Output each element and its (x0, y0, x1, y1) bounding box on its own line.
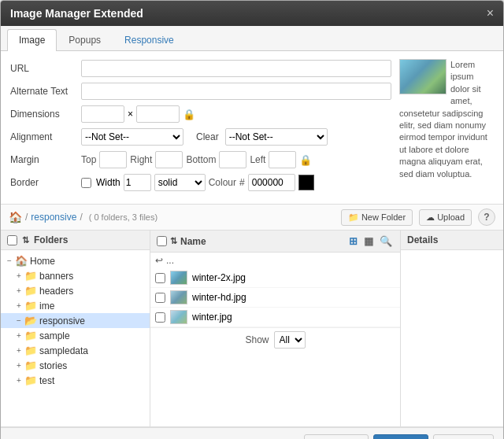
tree-label-headers: headers (39, 286, 73, 297)
footer: ↻ Refresh ✓ Insert ✕ Cancel (1, 427, 503, 439)
headers-folder-icon: 📁 (24, 285, 37, 297)
tree-item-responsive[interactable]: − 📂 responsive (1, 313, 150, 328)
home-icon[interactable]: 🏠 (9, 211, 22, 223)
colour-label: Colour (209, 177, 236, 188)
tree-item-test[interactable]: + 📁 test (1, 373, 150, 388)
breadcrumb-actions: 📁 New Folder ☁ Upload ? (341, 208, 495, 226)
tab-image[interactable]: Image (7, 29, 57, 51)
border-width-label: Width (96, 177, 120, 188)
file-item-0[interactable]: winter-2x.jpg (150, 268, 400, 288)
search-icon[interactable]: 🔍 (378, 234, 394, 248)
file-thumb-2 (170, 310, 187, 324)
tree-item-stories[interactable]: + 📁 stories (1, 358, 150, 373)
file-checkbox-2[interactable] (155, 312, 165, 323)
clear-select[interactable]: --Not Set-- Left Right Both (225, 128, 328, 146)
dim-height-input[interactable] (136, 105, 180, 123)
new-folder-button[interactable]: 📁 New Folder (341, 209, 413, 226)
alt-label: Alternate Text (10, 86, 81, 97)
help-button[interactable]: ? (478, 208, 495, 226)
expand-headers[interactable]: + (13, 286, 24, 295)
margin-bottom-input[interactable] (219, 151, 246, 168)
list-view-icon[interactable]: ▦ (362, 234, 375, 248)
back-item[interactable]: ↩ ... (150, 253, 400, 268)
cancel-button[interactable]: ✕ Cancel (433, 434, 494, 439)
clear-label: Clear (196, 131, 219, 142)
details-header: Details (401, 231, 503, 250)
tree-label-sample: sample (39, 330, 70, 341)
border-width-input[interactable] (124, 174, 151, 191)
tree-label-responsive: responsive (39, 315, 85, 326)
expand-sample[interactable]: + (13, 331, 24, 340)
border-style-select[interactable]: Style solid dashed dotted (154, 174, 206, 191)
upload-icon: ☁ (426, 212, 435, 223)
upload-button[interactable]: ☁ Upload (419, 209, 472, 226)
margin-label: Margin (10, 154, 81, 165)
file-checkbox-0[interactable] (155, 273, 165, 283)
dim-row: Dimensions × 🔒 (10, 105, 391, 124)
colour-input[interactable] (248, 174, 295, 191)
folder-select-all[interactable] (7, 235, 17, 245)
file-panel: ⇅ Name ⊞ ▦ 🔍 ↩ ... winter-2x.jpg (150, 231, 401, 426)
show-select[interactable]: All 10 20 50 (274, 331, 306, 349)
tree-item-home[interactable]: − 🏠 Home (1, 253, 150, 268)
tab-responsive[interactable]: Responsive (113, 29, 186, 50)
grid-view-icon[interactable]: ⊞ (347, 234, 359, 248)
margin-top-input[interactable] (99, 151, 127, 168)
expand-test[interactable]: + (13, 376, 24, 385)
file-item-2[interactable]: winter.jpg (150, 308, 400, 327)
margin-top-label: Top (81, 154, 96, 165)
url-row: URL (10, 59, 391, 78)
folder-panel: ⇅ Folders − 🏠 Home + 📁 banners (1, 231, 150, 426)
expand-responsive[interactable]: − (13, 316, 24, 325)
dialog-title: Image Manager Extended (10, 7, 143, 20)
expand-banners[interactable]: + (13, 271, 24, 280)
dim-width-input[interactable] (81, 105, 124, 123)
upload-label: Upload (437, 212, 465, 222)
colour-swatch[interactable] (298, 175, 314, 190)
align-label: Alignment (10, 131, 81, 142)
url-input[interactable] (81, 60, 391, 77)
details-panel: Details (401, 231, 503, 426)
tree-item-headers[interactable]: + 📁 headers (1, 283, 150, 298)
dim-label: Dimensions (10, 109, 81, 120)
file-sort-icon[interactable]: ⇅ (170, 236, 177, 246)
alignment-select[interactable]: --Not Set-- Left Center Right (81, 128, 183, 146)
file-select-all[interactable] (157, 236, 167, 246)
alt-input[interactable] (81, 83, 391, 100)
border-checkbox[interactable] (81, 178, 91, 188)
tree-item-sampledata[interactable]: + 📁 sampledata (1, 343, 150, 358)
tree-label-home: Home (30, 256, 55, 267)
sort-icon[interactable]: ⇅ (22, 235, 29, 245)
margin-bottom-label: Bottom (186, 154, 216, 165)
image-manager-dialog: Image Manager Extended × Image Popups Re… (0, 0, 504, 439)
sampledata-folder-icon: 📁 (24, 345, 37, 356)
tree-item-sample[interactable]: + 📁 sample (1, 328, 150, 343)
refresh-button[interactable]: ↻ Refresh (304, 434, 369, 439)
home-folder-icon: 🏠 (15, 255, 28, 267)
margin-inputs: Top Right Bottom Left 🔒 (81, 151, 312, 168)
expand-sampledata[interactable]: + (13, 346, 24, 355)
expand-home[interactable]: − (4, 256, 15, 265)
breadcrumb-link[interactable]: responsive (31, 212, 76, 223)
tree-label-ime: ime (39, 301, 54, 312)
tree-item-ime[interactable]: + 📁 ime (1, 298, 150, 313)
expand-stories[interactable]: + (13, 361, 24, 370)
dim-separator: × (128, 109, 133, 120)
tree-label-banners: banners (39, 271, 73, 282)
form-fields: URL Alternate Text Dimensions × 🔒 (10, 59, 391, 196)
url-label: URL (10, 63, 81, 74)
breadcrumb-sep1: / (25, 212, 28, 223)
banners-folder-icon: 📁 (24, 270, 37, 282)
file-item-1[interactable]: winter-hd.jpg (150, 288, 400, 308)
margin-left-label: Left (250, 154, 265, 165)
margin-right-input[interactable] (155, 151, 183, 168)
margin-left-input[interactable] (269, 151, 296, 168)
preview-area: Lorem ipsum dolor sit amet, consetetur s… (399, 59, 494, 196)
insert-button[interactable]: ✓ Insert (373, 434, 428, 439)
folders-label: Folders (34, 234, 68, 245)
expand-ime[interactable]: + (13, 301, 24, 310)
file-checkbox-1[interactable] (155, 293, 165, 303)
tab-popups[interactable]: Popups (57, 29, 113, 50)
close-button[interactable]: × (487, 7, 494, 20)
tree-item-banners[interactable]: + 📁 banners (1, 268, 150, 283)
